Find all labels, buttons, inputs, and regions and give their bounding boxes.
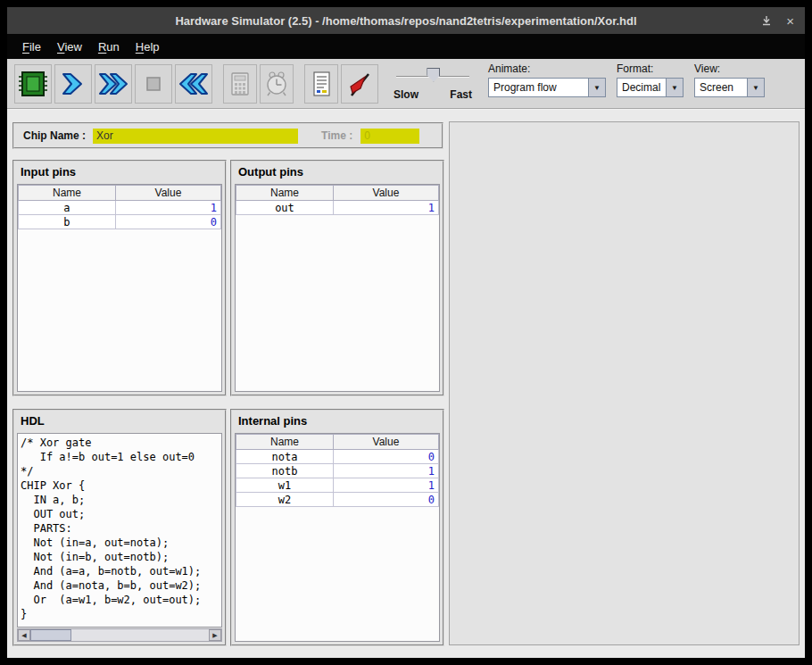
chip-view-area [449, 121, 800, 645]
internal-pins-panel: Internal pins Name Value nota0notb1w11w2… [230, 409, 444, 646]
format-group: Format: Decimal ▼ [617, 62, 684, 97]
single-step-button[interactable] [54, 64, 92, 104]
load-chip-icon [18, 70, 48, 98]
pin-value-cell[interactable]: 0 [333, 450, 438, 464]
hdl-panel: HDL /* Xor gate If a!=b out=1 else out=0… [12, 409, 227, 646]
script-icon [307, 70, 336, 98]
hdl-code-line: PARTS: [21, 521, 219, 536]
menu-help[interactable]: Help [128, 36, 168, 58]
menu-file[interactable]: File [14, 36, 49, 58]
speed-slider[interactable] [396, 76, 469, 78]
titlebar-buttons: × [761, 7, 794, 34]
view-group: View: Screen ▼ [694, 62, 765, 97]
hdl-code-line: IN a, b; [21, 493, 219, 507]
pin-value-cell[interactable]: 1 [333, 201, 438, 215]
value-column-header: Value [115, 186, 220, 201]
menu-view[interactable]: View [49, 36, 90, 58]
internal-pins-viewport: Name Value nota0notb1w11w20 [235, 433, 440, 642]
input-pins-panel: Input pins Name Value a1b0 [12, 160, 227, 396]
script-button[interactable] [304, 64, 338, 104]
name-column-header: Name [236, 186, 334, 201]
minimize-button[interactable] [761, 15, 772, 26]
pin-value-cell[interactable]: 1 [115, 201, 220, 215]
chip-name-bar: Chip Name : Xor Time : 0 [12, 122, 443, 149]
hdl-code-line: And (a=a, b=notb, out=w1); [21, 564, 219, 578]
hdl-title: HDL [14, 411, 225, 430]
slider-fast-label: Fast [450, 88, 472, 101]
hdl-code-line: OUT out; [21, 507, 219, 521]
menu-run[interactable]: Run [90, 36, 128, 58]
time-field: 0 [360, 129, 419, 144]
chevron-down-icon[interactable]: ▼ [588, 79, 605, 96]
breakpoint-flag-button[interactable] [341, 64, 378, 104]
speed-slider-labels: Slow Fast [394, 88, 472, 101]
pin-row: b0 [19, 215, 221, 229]
stop-button[interactable] [135, 64, 172, 104]
close-button[interactable]: × [786, 14, 794, 28]
scroll-right-button[interactable]: ▶ [209, 629, 221, 641]
pin-row: w20 [236, 493, 439, 507]
pin-name-cell: b [19, 215, 116, 229]
input-pins-table: Name Value a1b0 [18, 185, 221, 229]
pin-row: a1 [19, 201, 221, 215]
input-pins-title: Input pins [14, 162, 225, 181]
format-select[interactable]: Decimal ▼ [617, 78, 684, 97]
value-column-header: Value [333, 435, 438, 450]
hdl-horizontal-scrollbar[interactable]: ◀ ▶ [17, 628, 222, 642]
breakpoint-flag-icon [345, 70, 374, 98]
reset-icon [178, 70, 210, 98]
scroll-left-button[interactable]: ◀ [18, 629, 30, 641]
pin-name-cell: nota [236, 450, 334, 464]
menubar: File View Run Help [7, 34, 805, 59]
view-label: View: [694, 62, 765, 75]
load-chip-button[interactable] [14, 64, 52, 104]
hdl-code-line: Not (in=b, out=notb); [21, 550, 219, 564]
table-header-row: Name Value [236, 186, 439, 201]
pin-value-cell[interactable]: 0 [333, 493, 438, 507]
single-step-icon [59, 70, 87, 98]
pin-name-cell: w1 [236, 478, 334, 493]
output-pins-title: Output pins [232, 162, 443, 181]
close-icon: × [786, 14, 794, 28]
view-select[interactable]: Screen ▼ [694, 78, 765, 97]
scrollbar-thumb[interactable] [30, 629, 71, 641]
calculator-icon [226, 70, 254, 98]
chip-name-label: Chip Name : [23, 129, 86, 142]
hdl-code-line: If a!=b out=1 else out=0 [21, 450, 219, 464]
internal-pins-table: Name Value nota0notb1w11w20 [236, 434, 439, 507]
pin-row: out1 [236, 201, 439, 215]
chip-name-field[interactable]: Xor [93, 129, 298, 144]
app-window: Hardware Simulator (2.5) - /home/thomas/… [7, 7, 805, 658]
stop-icon [139, 70, 168, 98]
animate-group: Animate: Program flow ▼ [488, 62, 606, 97]
hdl-code-line: Or (a=w1, b=w2, out=out); [21, 593, 219, 607]
hdl-code-line: CHIP Xor { [21, 478, 219, 493]
speed-slider-thumb[interactable] [427, 68, 440, 82]
pin-name-cell: w2 [236, 493, 334, 507]
scroll-right-icon: ▶ [212, 632, 217, 639]
clock-icon [262, 70, 291, 98]
hdl-code-line: And (a=nota, b=b, out=w2); [21, 578, 219, 593]
pin-name-cell: notb [236, 464, 334, 478]
chevron-down-icon[interactable]: ▼ [666, 79, 683, 96]
hdl-code-line: Not (in=a, out=nota); [21, 536, 219, 550]
pin-value-cell[interactable]: 1 [333, 464, 438, 478]
pin-value-cell[interactable]: 1 [333, 478, 438, 493]
main-area: Chip Name : Xor Time : 0 Input pins Name… [7, 109, 805, 658]
pin-row: nota0 [236, 450, 439, 464]
clock-button[interactable] [260, 64, 294, 104]
animate-select[interactable]: Program flow ▼ [488, 78, 606, 97]
time-label: Time : [321, 129, 352, 142]
output-pins-panel: Output pins Name Value out1 [230, 160, 444, 396]
chevron-down-icon[interactable]: ▼ [747, 79, 764, 96]
calculator-button[interactable] [223, 64, 257, 104]
hdl-viewport: /* Xor gate If a!=b out=1 else out=0*/CH… [17, 433, 222, 628]
run-button[interactable] [95, 64, 132, 104]
reset-button[interactable] [175, 64, 212, 104]
toolbar: Slow Fast Animate: Program flow ▼ Format… [7, 59, 805, 109]
minimize-icon [761, 15, 772, 26]
scrollbar-track[interactable] [30, 629, 209, 641]
format-label: Format: [617, 62, 684, 75]
pin-value-cell[interactable]: 0 [115, 215, 220, 229]
pin-row: w11 [236, 478, 439, 493]
